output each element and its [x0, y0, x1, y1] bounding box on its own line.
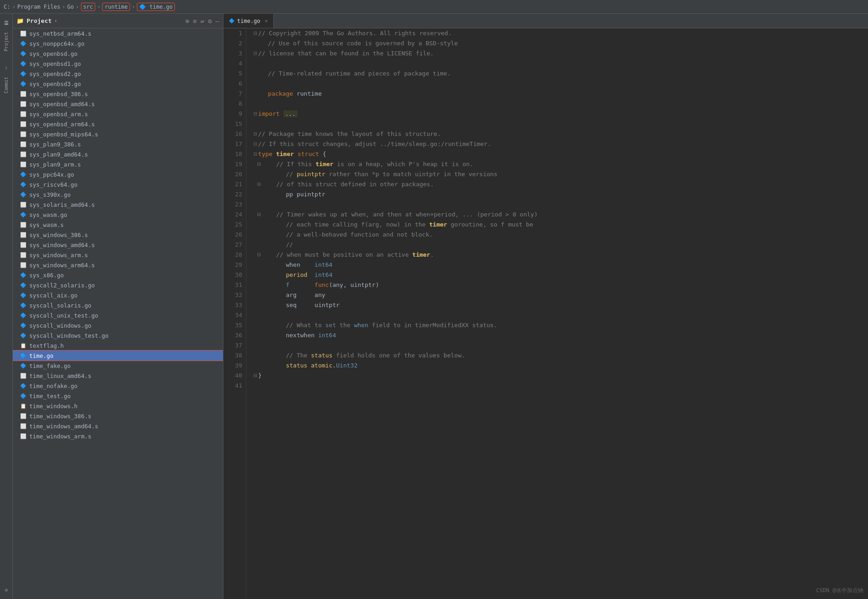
code-line [254, 200, 861, 210]
line-number: 9 [227, 109, 242, 119]
file-type-icon: 🔷 [20, 292, 27, 298]
file-item[interactable]: ⬜time_windows_arm.s [13, 431, 223, 441]
file-item[interactable]: 📋textflag.h [13, 340, 223, 351]
code-line: ⊟ // If this timer is on a heap, which P… [254, 159, 861, 169]
watermark: CSDN @水中加点钠 [816, 587, 863, 594]
line-number: 22 [227, 189, 242, 200]
line-number: 15 [227, 119, 242, 129]
file-item[interactable]: ⬜sys_openbsd_mips64.s [13, 129, 223, 139]
file-item[interactable]: ⬜time_windows_amd64.s [13, 421, 223, 431]
file-item[interactable]: 🔷time_nofake.go [13, 381, 223, 391]
activity-commit-label[interactable]: Commit [4, 77, 9, 93]
file-item[interactable]: 🔷sys_openbsd2.go [13, 69, 223, 79]
file-type-icon: ⬜ [20, 131, 27, 137]
file-type-icon: 🔷 [20, 71, 27, 77]
line-number: 37 [227, 340, 242, 351]
file-item[interactable]: ⬜sys_plan9_386.s [13, 139, 223, 149]
file-type-icon: ⬜ [20, 151, 27, 157]
file-item[interactable]: ⬜time_linux_amd64.s [13, 371, 223, 381]
file-item[interactable]: 🔷sys_nonppc64x.go [13, 38, 223, 49]
file-type-icon: 🔷 [20, 172, 27, 178]
activity-settings[interactable]: ⚙ [1, 584, 12, 595]
code-line: package runtime [254, 89, 861, 99]
file-item[interactable]: ⬜sys_openbsd_386.s [13, 89, 223, 99]
file-item[interactable]: ⬜sys_netbsd_arm64.s [13, 28, 223, 38]
file-item[interactable]: ⬜sys_wasm.s [13, 220, 223, 230]
tab-bar: 🔷 time.go ✕ [223, 14, 868, 28]
code-line: ⊟import ... [254, 109, 861, 119]
line-number: 30 [227, 270, 242, 280]
panel-action-collapse[interactable]: ≡ [193, 17, 196, 25]
file-item[interactable]: ⬜sys_openbsd_arm64.s [13, 119, 223, 129]
tab-close-button[interactable]: ✕ [265, 18, 268, 23]
file-item[interactable]: 🔷sys_openbsd3.go [13, 79, 223, 89]
file-item[interactable]: 📋time_windows.h [13, 401, 223, 411]
code-editor[interactable]: 1234567891516171819202122232425262728293… [223, 28, 868, 599]
file-list: ⬜sys_netbsd_arm64.s🔷sys_nonppc64x.go🔷sys… [13, 28, 223, 599]
breadcrumb-src[interactable]: src [81, 3, 96, 11]
activity-project-label[interactable]: Project [4, 32, 9, 51]
code-line [254, 79, 861, 89]
file-item[interactable]: 🔷syscall_solaris.go [13, 300, 223, 310]
file-item[interactable]: 🔷sys_openbsd.go [13, 49, 223, 59]
file-item[interactable]: 🔷syscall_windows.go [13, 320, 223, 330]
code-content[interactable]: ⊟// Copyright 2009 The Go Authors. All r… [246, 28, 868, 599]
file-item[interactable]: 🔷syscall_unix_test.go [13, 310, 223, 320]
line-number: 32 [227, 290, 242, 300]
panel-action-expand[interactable]: ⇌ [201, 17, 204, 25]
file-item[interactable]: 🔷syscall_aix.go [13, 290, 223, 300]
file-type-icon: 🔷 [20, 393, 27, 399]
file-item[interactable]: ⬜time_windows_386.s [13, 411, 223, 421]
line-number: 7 [227, 89, 242, 99]
file-name: sys_plan9_amd64.s [29, 151, 88, 158]
file-item[interactable]: ⬜sys_windows_amd64.s [13, 240, 223, 250]
file-item[interactable]: ⬜sys_openbsd_arm.s [13, 109, 223, 119]
file-item[interactable]: ⬜sys_openbsd_amd64.s [13, 99, 223, 109]
file-name: sys_plan9_386.s [29, 141, 81, 148]
line-number: 3 [227, 49, 242, 59]
file-item[interactable]: 🔷syscall_windows_test.go [13, 330, 223, 340]
panel-action-globe[interactable]: ⊕ [185, 17, 189, 25]
line-number: 26 [227, 230, 242, 240]
file-item[interactable]: 🔷time_fake.go [13, 361, 223, 371]
code-line: // a well-behaved function and not block… [254, 230, 861, 240]
file-item[interactable]: 🔷syscall2_solaris.go [13, 280, 223, 290]
code-line [254, 381, 861, 391]
file-item[interactable]: 🔷time.go [13, 351, 223, 361]
file-name: sys_openbsd1.go [29, 60, 81, 67]
line-number: 27 [227, 240, 242, 250]
file-name: sys_solaris_amd64.s [29, 201, 95, 208]
code-line [254, 59, 861, 69]
file-item[interactable]: ⬜sys_plan9_arm.s [13, 159, 223, 169]
file-item[interactable]: ⬜sys_solaris_amd64.s [13, 200, 223, 210]
file-type-icon: 🔷 [20, 51, 27, 57]
file-name: sys_ppc64x.go [29, 171, 74, 178]
file-item[interactable]: 🔷sys_wasm.go [13, 210, 223, 220]
file-item[interactable]: 🔷sys_riscv64.go [13, 179, 223, 189]
file-item[interactable]: 🔷sys_ppc64x.go [13, 169, 223, 179]
file-item[interactable]: ⬜sys_windows_386.s [13, 230, 223, 240]
panel-action-minimize[interactable]: — [216, 17, 219, 25]
code-line: // puintptr rather than *p to match uint… [254, 169, 861, 179]
panel-action-settings[interactable]: ⚙ [208, 17, 212, 25]
code-line: // What to set the when field to in time… [254, 320, 861, 330]
breadcrumb-timego[interactable]: 🔷 time.go [137, 3, 175, 11]
file-item[interactable]: 🔷time_test.go [13, 391, 223, 401]
file-item[interactable]: 🔷sys_x86.go [13, 270, 223, 280]
breadcrumb-runtime[interactable]: runtime [102, 3, 130, 11]
file-item[interactable]: ⬜sys_windows_arm64.s [13, 260, 223, 270]
dropdown-arrow-icon[interactable]: ▾ [54, 18, 57, 23]
file-item[interactable]: ⬜sys_plan9_amd64.s [13, 149, 223, 159]
file-name: sys_openbsd_arm.s [29, 111, 88, 118]
file-name: sys_wasm.go [29, 211, 67, 218]
file-item[interactable]: 🔷sys_openbsd1.go [13, 59, 223, 69]
line-number: 24 [227, 210, 242, 220]
file-item[interactable]: 🔷sys_s390x.go [13, 189, 223, 200]
file-item[interactable]: ⬜sys_windows_arm.s [13, 250, 223, 260]
file-name: sys_riscv64.go [29, 181, 77, 188]
code-line: ⊟// license that can be found in the LIC… [254, 49, 861, 59]
tab-timego[interactable]: 🔷 time.go ✕ [223, 14, 274, 28]
activity-commit[interactable]: ↑ [1, 62, 12, 73]
activity-project[interactable]: ☰ [1, 17, 12, 28]
code-line: // Use of this source code is governed b… [254, 38, 861, 49]
